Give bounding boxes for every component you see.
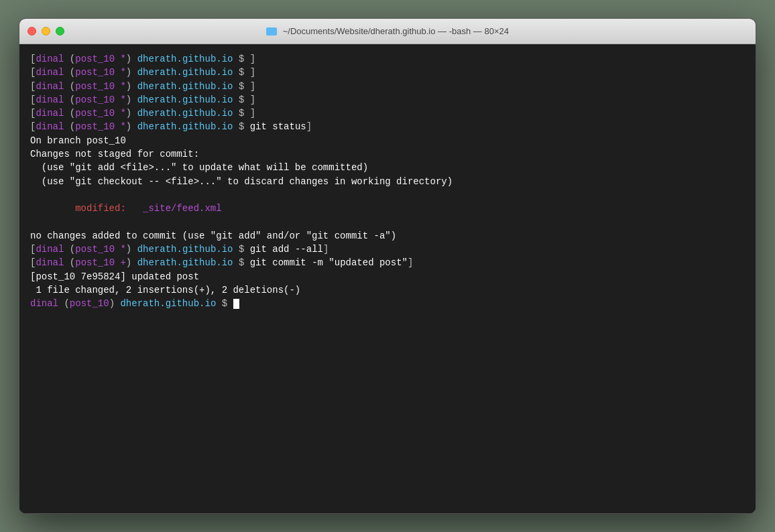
- terminal-line: [dinal (post_10 *) dherath.github.io $ ]: [30, 66, 745, 79]
- modified-line: modified: _site/feed.xml: [30, 202, 745, 215]
- terminal-line: [dinal (post_10 *) dherath.github.io $ ]: [30, 52, 745, 66]
- terminal-line-git-status: [dinal (post_10 *) dherath.github.io $ g…: [30, 120, 745, 133]
- output-line: Changes not staged for commit:: [30, 147, 745, 161]
- terminal-line: [dinal (post_10 *) dherath.github.io $ ]: [30, 93, 745, 107]
- output-line: (use "git checkout -- <file>..." to disc…: [30, 175, 745, 188]
- output-line: On branch post_10: [30, 134, 745, 147]
- close-button[interactable]: [27, 27, 36, 36]
- terminal-window: ~/Documents/Website/dherath.github.io — …: [19, 18, 756, 514]
- terminal-prompt-final: dinal (post_10) dherath.github.io $: [30, 297, 745, 310]
- minimize-button[interactable]: [42, 27, 50, 36]
- blank-line: [30, 216, 745, 229]
- terminal-content[interactable]: [dinal (post_10 *) dherath.github.io $ ]…: [19, 44, 756, 513]
- traffic-lights: [27, 27, 64, 36]
- blank-line: [30, 188, 745, 202]
- commit-result-line: [post_10 7e95824] updated post: [30, 270, 745, 283]
- output-line: no changes added to commit (use "git add…: [30, 229, 745, 243]
- terminal-line-git-add: [dinal (post_10 *) dherath.github.io $ g…: [30, 243, 745, 256]
- terminal-line: [dinal (post_10 *) dherath.github.io $ ]: [30, 80, 745, 93]
- terminal-line: [dinal (post_10 *) dherath.github.io $ ]: [30, 107, 745, 120]
- commit-stats-line: 1 file changed, 2 insertions(+), 2 delet…: [30, 283, 745, 297]
- titlebar: ~/Documents/Website/dherath.github.io — …: [19, 19, 756, 44]
- terminal-line-git-commit: [dinal (post_10 +) dherath.github.io $ g…: [30, 256, 745, 269]
- maximize-button[interactable]: [56, 27, 64, 36]
- output-line: (use "git add <file>..." to update what …: [30, 161, 745, 174]
- window-title: ~/Documents/Website/dherath.github.io — …: [266, 26, 509, 36]
